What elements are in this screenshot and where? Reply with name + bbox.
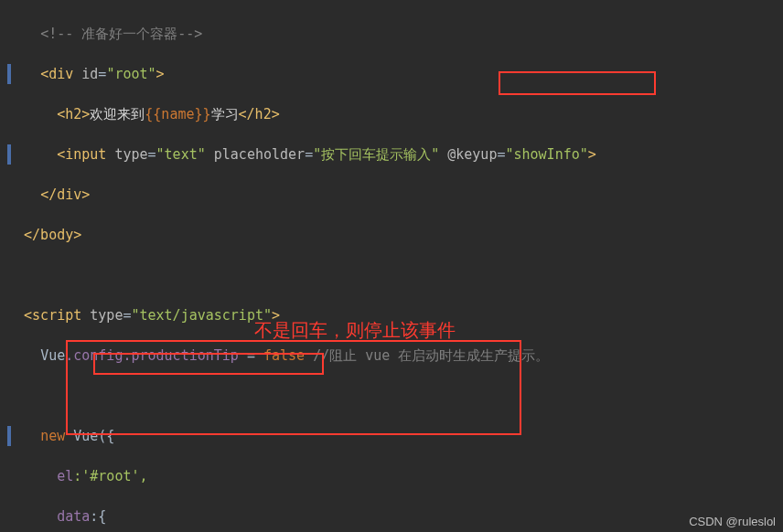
comment: <!-- 准备好一个容器--> — [40, 26, 202, 42]
tag-div-open: <div — [40, 66, 73, 82]
watermark: CSDN @ruleslol — [689, 515, 776, 528]
code-editor[interactable]: <!-- 准备好一个容器--> <div id="root"> <h2>欢迎来到… — [0, 0, 783, 532]
annotation-text: 不是回车，则停止该事件 — [254, 318, 456, 343]
